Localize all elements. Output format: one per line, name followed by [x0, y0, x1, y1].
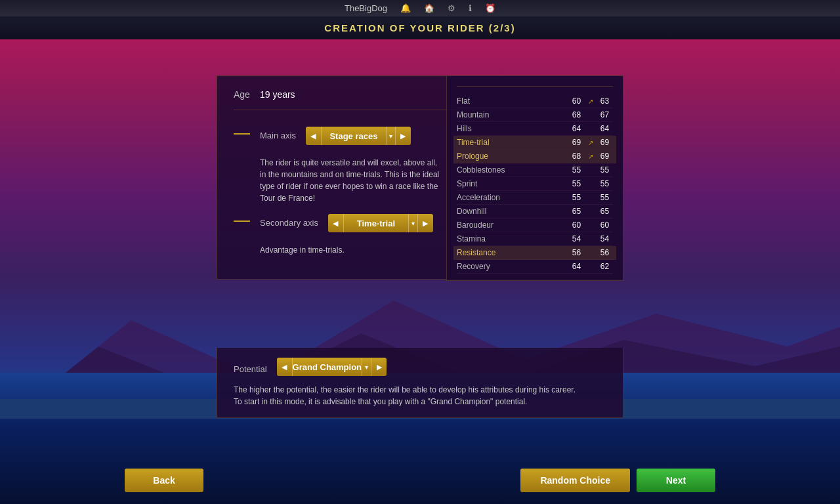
secondary-axis-description: Advantage in time-trials. — [260, 244, 444, 256]
age-label: Age — [234, 89, 250, 100]
stat-arrow-icon: → — [585, 249, 597, 257]
potential-dropdown[interactable]: ◀ Grand Champion ▾ ▶ — [277, 358, 387, 376]
stat-row: Time-trial 69 ↗ 69 — [453, 136, 616, 150]
stat-row: Hills 64 → 64 — [457, 122, 613, 136]
main-axis-line — [234, 133, 250, 135]
stat-val1: 55 — [568, 165, 585, 175]
stat-name: Resistance — [457, 248, 568, 257]
title-bar: CREATION OF YOUR RIDER (2/3) — [0, 16, 840, 39]
username-label: TheBigDog — [345, 3, 387, 13]
stat-name: Stamina — [457, 234, 568, 243]
potential-desc2: To start in this mode, it is advisable t… — [234, 396, 606, 408]
settings-icon[interactable]: ⚙ — [448, 3, 455, 13]
stat-val1: 55 — [568, 193, 585, 202]
main-axis-chevron-icon: ▾ — [387, 133, 395, 140]
stat-row: Recovery 64 → 62 — [457, 260, 613, 274]
stat-val2: 67 — [597, 110, 613, 119]
stat-name: Sprint — [457, 179, 568, 188]
back-button[interactable]: Back — [125, 469, 203, 492]
stat-val2: 55 — [597, 179, 613, 188]
age-value: 19 years — [260, 89, 295, 100]
stat-val2: 55 — [597, 193, 613, 202]
stat-name: Acceleration — [457, 193, 568, 202]
stat-name: Hills — [457, 124, 568, 133]
secondary-axis-line — [234, 220, 250, 222]
potential-section: Potential ◀ Grand Champion ▾ ▶ The highe… — [217, 348, 623, 418]
stat-val1: 60 — [568, 96, 585, 106]
stat-row: Mountain 68 → 67 — [457, 108, 613, 122]
clock-icon[interactable]: ⏰ — [485, 3, 495, 13]
stat-val2: 60 — [597, 220, 613, 230]
bottom-bar: Back Random Choice Next — [0, 469, 840, 492]
stat-arrow-icon: ↗ — [585, 98, 597, 105]
potential-row: Potential ◀ Grand Champion ▾ ▶ — [234, 358, 606, 376]
potential-chevron-icon: ▾ — [362, 364, 371, 371]
stat-row: Baroudeur 60 → 60 — [457, 219, 613, 232]
stat-val1: 64 — [568, 262, 585, 271]
info-icon[interactable]: ℹ — [469, 3, 472, 13]
stat-name: Downhill — [457, 207, 568, 216]
random-choice-button[interactable]: Random Choice — [520, 469, 630, 492]
potential-next-btn[interactable]: ▶ — [371, 358, 387, 376]
stat-val2: 65 — [597, 207, 613, 216]
secondary-axis-label: Secondary axis — [260, 218, 318, 228]
stat-arrow-icon: → — [585, 180, 597, 188]
stat-val2: 69 — [597, 152, 613, 161]
stat-val2: 56 — [597, 248, 613, 257]
stat-val2: 62 — [597, 262, 613, 271]
stat-arrow-icon: → — [585, 125, 597, 133]
stat-val2: 64 — [597, 124, 613, 133]
stat-val1: 55 — [568, 179, 585, 188]
stat-val2: 63 — [597, 96, 613, 106]
stat-arrow-icon: ↗ — [585, 139, 597, 146]
page-title: CREATION OF YOUR RIDER (2/3) — [324, 22, 515, 33]
stat-val1: 68 — [568, 110, 585, 119]
stat-arrow-icon: → — [585, 236, 597, 243]
secondary-axis-next-btn[interactable]: ▶ — [417, 214, 433, 232]
main-axis-dropdown[interactable]: ◀ Stage races ▾ ▶ — [306, 127, 411, 145]
potential-prev-btn[interactable]: ◀ — [277, 358, 293, 376]
stat-row: Resistance 56 → 56 — [453, 246, 616, 260]
stat-val2: 55 — [597, 165, 613, 175]
secondary-axis-dropdown[interactable]: ◀ Time-trial ▾ ▶ — [328, 214, 433, 232]
stat-name: Recovery — [457, 262, 568, 271]
stats-container: Flat 60 ↗ 63 Mountain 68 → 67 Hills 64 →… — [457, 94, 613, 274]
main-axis-value: Stage races — [322, 131, 386, 141]
stat-val1: 60 — [568, 220, 585, 230]
stat-val2: 69 — [597, 138, 613, 147]
stat-val2: 54 — [597, 234, 613, 243]
stat-name: Prologue — [457, 152, 568, 161]
stat-val1: 69 — [568, 138, 585, 147]
stat-row: Downhill 65 → 65 — [457, 205, 613, 219]
stat-name: Time-trial — [457, 138, 568, 147]
secondary-axis-prev-btn[interactable]: ◀ — [328, 214, 344, 232]
stat-val1: 54 — [568, 234, 585, 243]
main-axis-label: Main axis — [260, 131, 296, 140]
stat-arrow-icon: → — [585, 112, 597, 119]
potential-label: Potential — [234, 364, 267, 374]
potential-desc1: The higher the potential, the easier the… — [234, 384, 606, 396]
stat-arrow-icon: → — [585, 222, 597, 229]
stats-top-divider — [457, 86, 613, 87]
stat-name: Flat — [457, 96, 568, 106]
home-icon[interactable]: 🏠 — [424, 3, 434, 13]
main-axis-description: The rider is quite versatile and will ex… — [260, 157, 444, 204]
main-axis-prev-btn[interactable]: ◀ — [306, 127, 322, 145]
next-button[interactable]: Next — [637, 469, 715, 492]
stat-row: Flat 60 ↗ 63 — [457, 94, 613, 108]
stat-name: Mountain — [457, 110, 568, 119]
stat-row: Stamina 54 → 54 — [457, 232, 613, 246]
stats-panel: Flat 60 ↗ 63 Mountain 68 → 67 Hills 64 →… — [446, 75, 623, 281]
stat-row: Sprint 55 → 55 — [457, 177, 613, 191]
stat-row: Cobblestones 55 → 55 — [457, 163, 613, 177]
right-buttons: Random Choice Next — [520, 469, 715, 492]
main-axis-next-btn[interactable]: ▶ — [395, 127, 411, 145]
stat-name: Baroudeur — [457, 220, 568, 230]
stat-val1: 65 — [568, 207, 585, 216]
stat-val1: 56 — [568, 248, 585, 257]
secondary-axis-value: Time-trial — [344, 219, 408, 228]
stat-row: Prologue 68 ↗ 69 — [453, 150, 616, 163]
notification-icon[interactable]: 🔔 — [400, 3, 411, 13]
stat-val1: 64 — [568, 124, 585, 133]
stat-arrow-icon: ↗ — [585, 153, 597, 160]
